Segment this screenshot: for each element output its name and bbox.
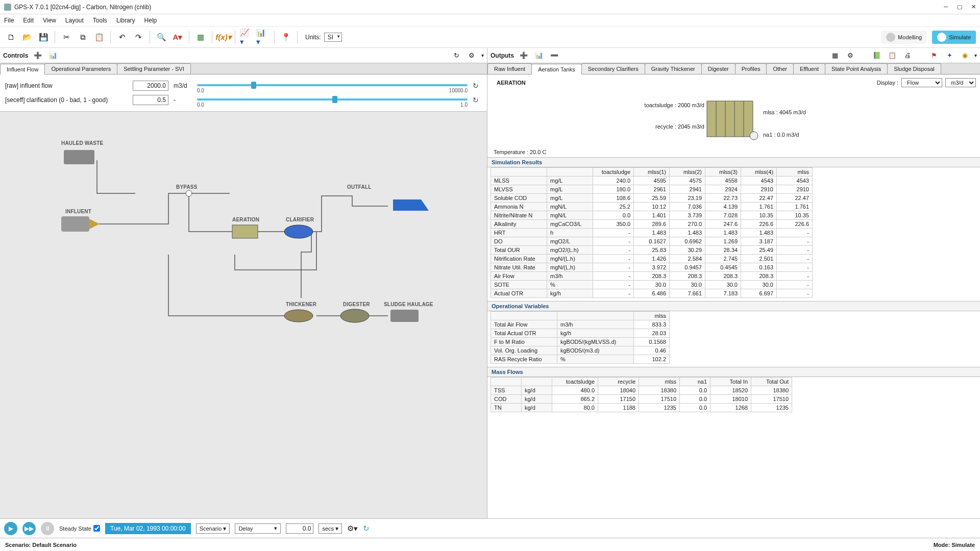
clarification-slider[interactable]: 0.0 1.0	[197, 94, 468, 106]
simulation-bar: ▶ ▶▶ ⏸ Steady State Tue, Mar 02, 1993 00…	[0, 518, 980, 538]
sim-settings-icon[interactable]: ⚙▾	[347, 524, 358, 533]
display-select[interactable]: Flow	[901, 78, 942, 87]
display-unit-select[interactable]: m3/d	[945, 78, 976, 87]
settings-controls-icon[interactable]: ⚙	[466, 50, 477, 61]
label-digester: DIGESTER	[343, 302, 370, 307]
influent-flow-input[interactable]	[133, 81, 168, 91]
units-select[interactable]: SI	[324, 33, 342, 42]
clarification-input[interactable]	[133, 95, 168, 105]
undo-icon[interactable]: ↶	[115, 31, 129, 44]
mode-modelling-button[interactable]: Modelling	[881, 31, 927, 44]
copy-icon[interactable]: ⧉	[76, 31, 89, 44]
svg-marker-2	[89, 219, 100, 229]
operational-variables-table: mlssTotal Air Flowm3/h833.3Total Actual …	[491, 311, 670, 364]
menu-layout[interactable]: Layout	[65, 17, 84, 24]
tab-state-point-analysis[interactable]: State Point Analysis	[825, 63, 888, 74]
window-title: GPS-X 7.0.1 [02cn4-dig] - Carbon, Nitrog…	[14, 4, 944, 11]
tab-digester[interactable]: Digester	[701, 63, 736, 74]
pause-button[interactable]: ⏸	[41, 522, 54, 535]
add-output-icon[interactable]: ➕	[518, 50, 529, 61]
table-row: Air Flowm3/h-208.3208.3208.3208.3-	[491, 272, 813, 281]
aeration-title: AERATION	[492, 77, 531, 89]
menu-library[interactable]: Library	[116, 17, 135, 24]
fx-icon[interactable]: f(x)▾	[217, 31, 230, 44]
status-scenario: Scenario: Default Scenario	[5, 542, 77, 548]
delay-value-input[interactable]	[286, 523, 313, 534]
aer-mlss-label: mlss : 4045 m3/d	[763, 109, 806, 115]
step-button[interactable]: ▶▶	[22, 522, 36, 535]
menu-edit[interactable]: Edit	[23, 17, 34, 24]
excel-icon[interactable]: ▦	[194, 31, 207, 44]
mode-simulate-button[interactable]: Simulate	[932, 31, 976, 44]
chart1-icon[interactable]: 📈▾	[240, 31, 253, 44]
svg-point-16	[750, 132, 758, 140]
flag-icon[interactable]: ⚑	[928, 50, 940, 61]
svg-rect-11	[707, 101, 753, 137]
menu-help[interactable]: Help	[144, 17, 157, 24]
outputs-dropdown-icon[interactable]: ▾	[974, 53, 977, 58]
minimize-button[interactable]: ─	[944, 4, 948, 10]
section-sim-results: Simulation Results	[487, 157, 980, 167]
add-output-chart-icon[interactable]: 📊	[533, 50, 545, 61]
add-control-icon[interactable]: ➕	[32, 50, 43, 61]
table-row: Nitrite/Nitrate NmgN/L0.01.4013.7397.028…	[491, 211, 813, 220]
paste-icon[interactable]: 📋	[92, 31, 106, 44]
play-button[interactable]: ▶	[4, 522, 17, 535]
new-icon[interactable]: 🗋	[4, 31, 17, 44]
redo-icon[interactable]: ↷	[132, 31, 145, 44]
tab-other[interactable]: Other	[766, 63, 794, 74]
open-icon[interactable]: 📂	[20, 31, 34, 44]
reset-row1-icon[interactable]: ↻	[473, 82, 482, 90]
label-hauled-waste: HAULED WASTE	[61, 140, 103, 146]
table-row: Total Air Flowm3/h833.3	[491, 320, 670, 329]
cut-icon[interactable]: ✂	[60, 31, 73, 44]
delay-select[interactable]: Delay▾	[235, 523, 281, 534]
save-icon[interactable]: 💾	[37, 31, 50, 44]
export-icon[interactable]: 📗	[871, 50, 883, 61]
menu-file[interactable]: File	[4, 17, 14, 24]
print-icon[interactable]: 🖨	[902, 50, 913, 61]
steady-state-checkbox[interactable]: Steady State	[59, 525, 100, 532]
maximize-button[interactable]: ▢	[957, 4, 962, 10]
controls-dropdown-icon[interactable]: ▾	[481, 53, 484, 58]
main-toolbar: 🗋 📂 💾 ✂ ⧉ 📋 ↶ ↷ 🔍 A▾ ▦ f(x)▾ 📈▾ 📊▾ 📍 Uni…	[0, 27, 980, 48]
delay-unit-select[interactable]: secs ▾	[318, 523, 342, 534]
font-icon[interactable]: A▾	[171, 31, 184, 44]
table-row: CODkg/d865.217150175100.01801017510	[491, 395, 792, 404]
zoom-icon[interactable]: 🔍	[155, 31, 168, 44]
tab-effluent[interactable]: Effluent	[793, 63, 825, 74]
coins-icon[interactable]: ◉	[959, 50, 970, 61]
tab-aeration-tanks[interactable]: Aeration Tanks	[531, 64, 582, 74]
mass-flows-table: toactsludgerecyclemlssna1Total InTotal O…	[491, 377, 792, 412]
remove-output-icon[interactable]: ➖	[549, 50, 560, 61]
influent-flow-unit: m3/d	[174, 82, 192, 89]
grid-icon[interactable]: ▦	[829, 50, 841, 61]
refresh-controls-icon[interactable]: ↻	[451, 50, 462, 61]
pin-icon[interactable]: 📍	[279, 31, 292, 44]
simulate-icon	[937, 33, 946, 42]
process-layout[interactable]: HAULED WASTE BYPASS OUTFALL INFLUENT AER…	[0, 111, 487, 518]
svg-rect-0	[64, 150, 94, 164]
add-chart-control-icon[interactable]: 📊	[47, 50, 59, 61]
menu-tools[interactable]: Tools	[93, 17, 107, 24]
scenario-select[interactable]: Scenario ▾	[196, 523, 230, 534]
tab-secondary-clarifiers[interactable]: Secondary Clarifiers	[581, 63, 645, 74]
output-settings-icon[interactable]: ⚙	[845, 50, 856, 61]
table-row: Nitrification RatemgN/(L.h)-1.4262.5842.…	[491, 255, 813, 263]
tab-gravity-thickener[interactable]: Gravity Thickener	[645, 63, 702, 74]
svg-rect-3	[232, 225, 258, 238]
tab-operational-parameters[interactable]: Operational Parameters	[44, 63, 117, 74]
close-button[interactable]: ✕	[971, 4, 976, 10]
influent-flow-slider[interactable]: 0.0 10000.0	[197, 80, 468, 92]
menu-view[interactable]: View	[43, 17, 56, 24]
clipboard-icon[interactable]: 📋	[887, 50, 898, 61]
tab-settling-parameter[interactable]: Settling Parameter - SVI	[117, 63, 191, 74]
tab-profiles[interactable]: Profiles	[735, 63, 767, 74]
tab-influent-flow[interactable]: Influent Flow	[0, 64, 45, 74]
tool-icon[interactable]: ✦	[944, 50, 955, 61]
sim-reset-icon[interactable]: ↻	[363, 524, 370, 533]
tab-raw-influent[interactable]: Raw Influent	[487, 63, 532, 74]
tab-sludge-disposal[interactable]: Sludge Disposal	[887, 63, 941, 74]
chart2-icon[interactable]: 📊▾	[256, 31, 270, 44]
reset-row2-icon[interactable]: ↻	[473, 96, 482, 104]
